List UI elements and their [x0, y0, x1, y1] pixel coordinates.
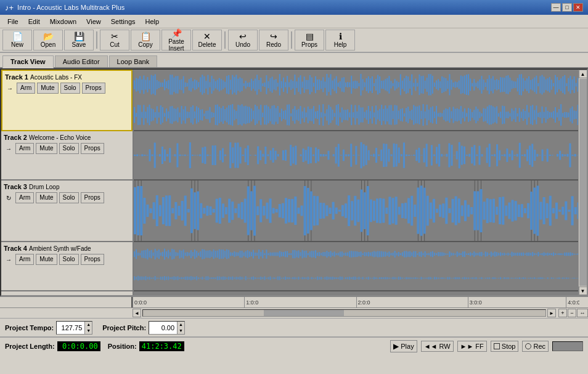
svg-rect-847: [147, 277, 148, 280]
svg-rect-641: [534, 150, 536, 161]
tab-track-view[interactable]: Track View: [2, 55, 54, 68]
delete-button[interactable]: ✕ Delete: [192, 30, 222, 51]
svg-rect-1110: [396, 253, 398, 256]
svg-rect-739: [335, 208, 338, 214]
track-1-arm-button[interactable]: Arm: [17, 83, 35, 94]
tempo-down-button[interactable]: ▼: [85, 328, 92, 334]
svg-rect-246: [364, 112, 365, 118]
new-button[interactable]: 📄 New: [2, 30, 32, 51]
svg-rect-597: [423, 148, 425, 162]
maximize-button[interactable]: □: [562, 3, 572, 12]
menu-mixdown[interactable]: Mixdown: [45, 17, 81, 26]
svg-rect-537: [272, 148, 274, 163]
stop-button[interactable]: Stop: [491, 341, 519, 352]
menu-help[interactable]: Help: [141, 17, 165, 26]
svg-rect-877: [175, 277, 176, 280]
track-3-mute-button[interactable]: Mute: [36, 192, 57, 203]
scroll-thumb[interactable]: [579, 79, 587, 286]
menu-edit[interactable]: Edit: [23, 17, 45, 26]
rec-button[interactable]: Rec: [522, 341, 549, 352]
svg-rect-1105: [391, 278, 392, 278]
track-1-props-button[interactable]: Props: [82, 83, 105, 94]
minimize-button[interactable]: —: [551, 3, 561, 12]
props-button[interactable]: ▤ Props: [295, 30, 324, 51]
track-3-arm-button[interactable]: Arm: [15, 192, 34, 203]
menu-settings[interactable]: Settings: [106, 17, 141, 26]
svg-rect-778: [439, 205, 441, 217]
svg-rect-682: [184, 195, 187, 226]
svg-rect-1219: [498, 278, 499, 278]
tempo-up-button[interactable]: ▲: [85, 322, 92, 328]
svg-rect-754: [373, 201, 375, 221]
track-4-solo-button[interactable]: Solo: [59, 254, 79, 265]
track-3-solo-button[interactable]: Solo: [59, 192, 79, 203]
svg-rect-229: [349, 83, 350, 87]
svg-rect-82: [210, 107, 211, 123]
svg-rect-34: [164, 113, 165, 116]
pitch-up-button[interactable]: ▲: [178, 322, 184, 328]
svg-rect-562: [335, 147, 337, 164]
help-button[interactable]: ℹ Help: [325, 30, 355, 51]
svg-rect-918: [215, 251, 216, 258]
svg-rect-741: [341, 205, 344, 216]
rewind-button[interactable]: ◄◄ RW: [421, 341, 454, 352]
svg-rect-698: [225, 207, 227, 214]
track-3-props-button[interactable]: Props: [81, 192, 104, 203]
svg-rect-1080: [368, 252, 369, 256]
track-2-solo-button[interactable]: Solo: [59, 143, 79, 154]
save-button[interactable]: 💾 Save: [64, 30, 94, 51]
zoom-in-button[interactable]: +: [558, 309, 567, 317]
tab-loop-bank[interactable]: Loop Bank: [109, 55, 158, 67]
svg-rect-901: [198, 277, 199, 279]
play-button[interactable]: ▶ Play: [390, 340, 417, 352]
svg-rect-1028: [319, 252, 320, 256]
svg-rect-722: [291, 199, 293, 222]
cut-button[interactable]: ✂ Cut: [100, 30, 129, 51]
svg-rect-552: [310, 147, 312, 163]
track-4-mute-button[interactable]: Mute: [36, 254, 57, 265]
svg-rect-60: [189, 112, 190, 118]
svg-rect-1179: [460, 278, 462, 278]
h-scroll-right-button[interactable]: ►: [547, 309, 556, 317]
svg-rect-558: [325, 155, 327, 157]
svg-rect-89: [217, 79, 218, 89]
svg-rect-1226: [505, 253, 507, 254]
copy-button[interactable]: 📋 Copy: [131, 30, 160, 51]
menu-view[interactable]: View: [81, 17, 106, 26]
svg-rect-1119: [404, 278, 405, 278]
h-scroll-left-button[interactable]: ◄: [133, 309, 141, 317]
svg-rect-1149: [432, 278, 433, 278]
track-2-mute-button[interactable]: Mute: [36, 143, 57, 154]
scroll-up-button[interactable]: ▲: [579, 70, 587, 78]
menu-file[interactable]: File: [2, 17, 23, 26]
h-scrollbar-thumb[interactable]: [264, 310, 345, 316]
svg-rect-438: [545, 107, 547, 123]
track-2-arm-button[interactable]: Arm: [15, 143, 34, 154]
undo-button[interactable]: ↩ Undo: [228, 30, 258, 51]
paste-button[interactable]: 📌 PasteInsert: [161, 30, 191, 51]
svg-rect-417: [526, 78, 528, 91]
track-2-props-button[interactable]: Props: [81, 143, 104, 154]
track-4-props-button[interactable]: Props: [81, 254, 104, 265]
svg-rect-1230: [509, 254, 510, 255]
track-1-solo-button[interactable]: Solo: [60, 83, 80, 94]
track-4-arm-button[interactable]: Arm: [15, 254, 34, 265]
h-scrollbar-track[interactable]: [142, 309, 546, 317]
zoom-fit-button[interactable]: ↔: [577, 309, 588, 317]
svg-rect-220: [340, 112, 341, 117]
open-button[interactable]: 📂 Open: [33, 30, 63, 51]
svg-rect-1263: [539, 277, 541, 279]
scroll-down-button[interactable]: ▼: [579, 287, 587, 295]
svg-rect-445: [553, 83, 554, 86]
track-1-mute-button[interactable]: Mute: [37, 83, 58, 94]
svg-rect-596: [421, 155, 423, 156]
redo-button[interactable]: ↪ Redo: [259, 30, 288, 51]
pitch-down-button[interactable]: ▼: [178, 328, 184, 334]
close-button[interactable]: ✕: [573, 3, 583, 12]
zoom-out-button[interactable]: −: [568, 309, 576, 317]
tab-audio-editor[interactable]: Audio Editor: [55, 55, 108, 67]
fast-forward-button[interactable]: ►► FF: [457, 341, 487, 352]
svg-rect-327: [441, 76, 443, 93]
svg-rect-412: [521, 112, 522, 118]
svg-rect-946: [242, 251, 243, 258]
